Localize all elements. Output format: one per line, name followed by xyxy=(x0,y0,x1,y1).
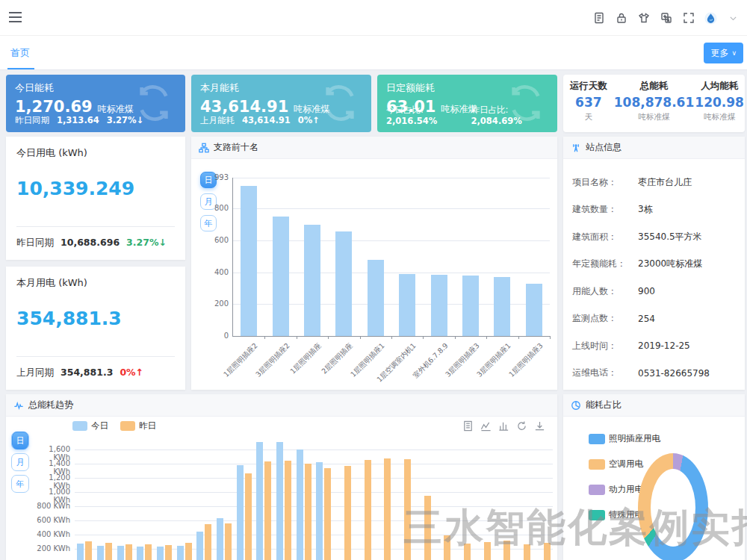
trend-bar-today[interactable] xyxy=(196,532,203,560)
trend-bar-yesterday[interactable] xyxy=(424,496,431,560)
delta-value: 0%↑ xyxy=(298,115,320,126)
branch-bar[interactable] xyxy=(273,217,289,336)
legend-item-lighting[interactable]: 照明插座用电 xyxy=(589,433,660,444)
trend-period-day-button[interactable]: 日 xyxy=(11,432,29,449)
ratio-yesterday-label: 昨日占比: xyxy=(471,105,509,115)
bar-chart-icon[interactable] xyxy=(498,420,509,432)
branch-bar[interactable] xyxy=(304,225,320,336)
legend-label: 动力用电 xyxy=(609,484,643,495)
data-view-icon[interactable] xyxy=(462,420,474,432)
trend-bar-yesterday[interactable] xyxy=(205,524,211,560)
legend-item-today[interactable]: 今日 xyxy=(72,420,108,432)
total-running-days: 运行天数 637 天 xyxy=(563,75,614,132)
trend-bar-yesterday[interactable] xyxy=(344,466,351,560)
top-navbar xyxy=(0,0,747,36)
site-info-row: 运维电话：0531-82665798 xyxy=(572,360,736,388)
site-info-row: 建筑数量：3栋 xyxy=(572,196,736,224)
trend-bar-today[interactable] xyxy=(237,465,244,560)
recycle-icon xyxy=(319,82,361,124)
theme-icon[interactable] xyxy=(637,12,650,25)
branch-bar[interactable] xyxy=(462,276,479,336)
legend-swatch xyxy=(589,510,605,520)
download-icon[interactable] xyxy=(534,420,545,432)
compare-label: 昨日同期 xyxy=(15,115,49,126)
trend-bar-yesterday[interactable] xyxy=(524,544,530,560)
energy-ratio-donut-chart[interactable] xyxy=(638,453,708,560)
trend-bar-yesterday[interactable] xyxy=(544,543,551,560)
trend-bar-yesterday[interactable] xyxy=(444,535,450,560)
trend-bar-yesterday[interactable] xyxy=(85,541,92,560)
legend-item-yesterday[interactable]: 昨日 xyxy=(120,420,156,432)
site-info-row: 监测点数：254 xyxy=(572,305,736,333)
trend-bar-yesterday[interactable] xyxy=(285,461,291,560)
branch-bar[interactable] xyxy=(431,275,447,336)
trend-bar-today[interactable] xyxy=(217,518,223,560)
hamburger-menu-icon[interactable] xyxy=(9,12,22,23)
site-info-row: 建筑面积：35540.5平方米 xyxy=(572,223,736,251)
branch-icon xyxy=(199,143,209,153)
trend-bar-today[interactable] xyxy=(256,442,263,560)
water-drop-logo xyxy=(704,12,717,25)
pie-icon xyxy=(571,400,581,411)
trend-bar-yesterday[interactable] xyxy=(145,544,152,560)
fullscreen-icon[interactable] xyxy=(682,12,695,25)
per-capita-energy: 人均能耗 120.98 吨标准煤 xyxy=(694,75,745,132)
compare-value: 1,313.64 xyxy=(57,115,99,126)
trend-bar-today[interactable] xyxy=(117,546,124,560)
trend-bar-today[interactable] xyxy=(177,546,184,560)
dashboard-app: 首页 更多∨ 今日能耗 1,270.69 吨标准煤 昨日同期 1,313.64 … xyxy=(0,0,747,560)
trend-bar-yesterday[interactable] xyxy=(225,523,232,560)
branch-bar[interactable] xyxy=(399,274,415,336)
trend-bar-today[interactable] xyxy=(97,546,104,560)
panel-title: 支路前十名 xyxy=(214,141,258,154)
tab-home[interactable]: 首页 xyxy=(10,46,30,60)
branch-bar[interactable] xyxy=(526,284,542,337)
card-month-electricity: 本月用电 (kWh) 354,881.3 上月同期 354,881.3 0%↑ xyxy=(6,267,185,390)
trend-period-month-button[interactable]: 月 xyxy=(11,453,29,471)
trend-bar-yesterday[interactable] xyxy=(125,544,132,560)
maintenance-log-icon[interactable] xyxy=(592,12,605,25)
branch-bar[interactable] xyxy=(368,260,384,337)
trend-bar-yesterday[interactable] xyxy=(185,543,192,560)
trend-bar-yesterday[interactable] xyxy=(105,543,112,560)
trend-bar-yesterday[interactable] xyxy=(165,545,172,560)
trend-bar-today[interactable] xyxy=(157,547,164,560)
branch-bar[interactable] xyxy=(494,277,510,336)
trend-bar-yesterday[interactable] xyxy=(464,544,471,560)
branch-bar[interactable] xyxy=(241,186,257,336)
trend-period-year-button[interactable]: 年 xyxy=(11,475,29,493)
trend-bar-today[interactable] xyxy=(316,462,323,560)
line-chart-icon[interactable] xyxy=(480,420,492,432)
usage-value: 10,339.249 xyxy=(16,178,175,199)
tab-bar: 首页 更多∨ xyxy=(0,36,747,70)
refresh-icon[interactable] xyxy=(516,420,527,432)
trend-bar-today[interactable] xyxy=(77,544,84,560)
trend-bar-yesterday[interactable] xyxy=(365,460,371,560)
trend-bar-yesterday[interactable] xyxy=(245,473,252,560)
trend-bar-yesterday[interactable] xyxy=(384,458,391,560)
branch-bar[interactable] xyxy=(335,231,352,336)
more-button[interactable]: 更多∨ xyxy=(704,43,743,63)
usage-compare-value: 10,688.696 xyxy=(61,237,120,248)
trend-bar-today[interactable] xyxy=(137,547,143,560)
usage-delta: 0%↑ xyxy=(120,367,143,378)
branch-period-year-button[interactable]: 年 xyxy=(200,215,217,231)
lock-icon[interactable] xyxy=(615,12,627,25)
trend-bar-yesterday[interactable] xyxy=(264,461,271,560)
trend-bar-yesterday[interactable] xyxy=(484,542,491,560)
language-icon[interactable] xyxy=(660,12,672,25)
trend-bar-today[interactable] xyxy=(297,449,303,560)
trend-bar-chart[interactable]: 200 KWh400 KWh600 KWh800 KWh1,000 KWh1,2… xyxy=(75,442,553,560)
total-energy: 总能耗 108,878.61 吨标准煤 xyxy=(614,75,695,132)
recycle-icon xyxy=(505,82,547,124)
trend-bar-today[interactable] xyxy=(276,442,283,560)
trend-bar-yesterday[interactable] xyxy=(404,459,411,560)
legend-swatch xyxy=(589,485,605,495)
legend-swatch xyxy=(72,421,87,431)
trend-bar-yesterday[interactable] xyxy=(503,541,510,560)
usage-compare-value: 354,881.3 xyxy=(61,367,113,378)
branch-bar-chart[interactable]: 02004006008009931层照明插座23层照明插座21层照明插座2层照明… xyxy=(233,178,550,336)
trend-bar-yesterday[interactable] xyxy=(305,464,311,560)
chevron-down-icon[interactable] xyxy=(727,12,740,25)
trend-bar-yesterday[interactable] xyxy=(324,468,331,560)
